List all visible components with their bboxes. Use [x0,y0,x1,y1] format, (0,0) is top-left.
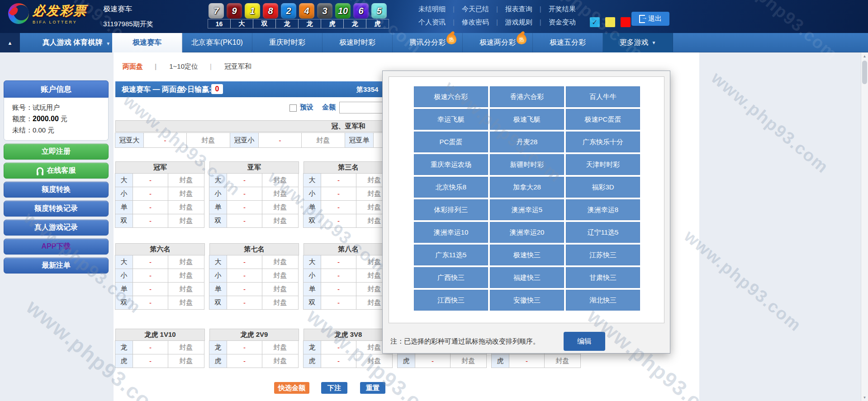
bet-status-cell[interactable]: 封盘 [168,340,204,354]
game-tile[interactable]: 加拿大28 [490,177,564,198]
game-tile[interactable]: 幸运飞艇 [414,109,488,130]
game-tile[interactable]: 福建快三 [490,267,564,288]
bet-status-cell[interactable]: 封盘 [262,269,299,283]
bet-odds-cell[interactable]: - [227,173,262,187]
color-flag-toggle[interactable] [605,17,616,28]
bet-status-cell[interactable]: 封盘 [262,282,299,296]
bet-odds-cell[interactable]: - [227,255,262,269]
logout-button[interactable]: 退出 [631,12,669,26]
game-tile[interactable]: 辽宁11选5 [566,222,640,243]
reset-button[interactable]: 重置 [360,382,385,394]
place-bet-button[interactable]: 下注 [321,382,347,394]
bet-status-cell[interactable]: 封盘 [262,173,299,187]
bet-status-cell[interactable]: 封盘 [168,296,204,310]
header-link[interactable]: 报表查询 [505,5,549,14]
bet-status-cell[interactable]: 封盘 [168,200,204,214]
bet-status-cell[interactable]: 封盘 [356,354,393,368]
game-tile[interactable]: 湖北快三 [566,290,640,311]
game-tile[interactable]: 百人牛牛 [566,86,640,107]
bet-status-cell[interactable]: 封盘 [262,214,299,228]
game-tab[interactable]: 极速时时彩 [323,33,393,52]
bet-odds-cell[interactable]: - [321,214,356,228]
bet-status-cell[interactable]: 封盘 [168,173,204,187]
bet-odds-cell[interactable]: - [321,282,356,296]
bet-odds-cell[interactable]: - [321,187,356,201]
sidebar-button[interactable]: 最新注单 [4,258,109,274]
game-tile[interactable]: 江西快三 [414,290,488,311]
header-link[interactable]: 今天已结 [462,5,505,14]
game-tile[interactable]: 安徽快三 [490,290,564,311]
game-tile[interactable]: 极速PC蛋蛋 [566,109,640,130]
bet-odds-cell[interactable]: - [133,354,168,368]
bet-status-cell[interactable]: 封盘 [262,340,299,354]
bet-odds-cell[interactable]: - [227,214,262,228]
sidebar-button[interactable]: 真人游戏记录 [4,220,109,236]
game-tile[interactable]: 澳洲幸运10 [414,222,488,243]
bet-odds-cell[interactable]: - [227,296,262,310]
bet-odds-cell[interactable]: - [133,340,168,354]
bet-odds-cell[interactable]: - [133,282,168,296]
sidebar-button[interactable]: 额度转换 [4,182,109,198]
preset-checkbox[interactable] [289,104,297,112]
game-tile[interactable]: 极速飞艇 [490,109,564,130]
bet-odds-cell[interactable]: - [133,200,168,214]
header-link[interactable]: 未结明细 [418,5,462,14]
bet-odds-cell[interactable]: - [415,354,451,368]
color-flag-toggle[interactable]: ✓ [589,17,600,28]
bet-odds-cell[interactable]: - [321,255,356,269]
bet-status-cell[interactable]: 封盘 [544,354,581,368]
game-tile[interactable]: 极速六合彩 [414,86,488,107]
bet-odds-cell[interactable]: - [509,354,545,368]
bet-odds-cell[interactable]: - [227,200,262,214]
game-tab[interactable]: 极速五分彩 [533,33,603,52]
game-tab[interactable]: 极速赛车 [112,33,182,52]
game-tile[interactable]: 甘肃快三 [566,267,640,288]
game-tile[interactable]: 福彩3D [566,177,640,198]
edit-button[interactable]: 编辑 [564,332,605,351]
sidebar-button[interactable]: APP下载 [4,239,109,255]
game-tile[interactable]: 广东快乐十分 [566,132,640,152]
board-type-tab[interactable]: 两面盘 [116,62,163,71]
bet-odds-cell[interactable]: - [321,173,356,187]
game-tile[interactable]: 北京快乐8 [414,177,488,198]
game-tile[interactable]: 丹麦28 [490,132,564,152]
bet-status-cell[interactable]: 封盘 [262,296,299,310]
game-tile[interactable]: 广西快三 [414,267,488,288]
bet-odds-cell[interactable]: - [227,269,262,283]
bet-odds-cell[interactable]: - [133,255,168,269]
bet-status-cell[interactable]: 封盘 [168,187,204,201]
bet-odds-cell[interactable]: - [321,269,356,283]
game-tile[interactable]: 广东11选5 [414,245,488,265]
header-link[interactable]: 资金变动 [549,18,576,27]
bet-status-cell[interactable]: 封盘 [262,354,299,368]
game-tile[interactable]: 江苏快三 [566,245,640,265]
bet-odds-cell[interactable]: - [133,173,168,187]
bet-status-cell[interactable]: 封盘 [168,282,204,296]
game-tile[interactable]: 澳洲幸运5 [490,199,564,220]
sidebar-button[interactable]: 额度转换记录 [4,201,109,217]
bet-odds-cell[interactable]: - [143,132,187,148]
sidebar-button[interactable]: 在线客服 [4,163,109,179]
bet-odds-cell[interactable]: - [133,187,168,201]
bet-status-cell[interactable]: 封盘 [301,132,345,148]
bet-odds-cell[interactable]: - [133,269,168,283]
game-tile[interactable]: 极速快三 [490,245,564,265]
bet-status-cell[interactable]: 封盘 [168,269,204,283]
bet-odds-cell[interactable]: - [133,296,168,310]
bet-odds-cell[interactable]: - [227,354,262,368]
bet-status-cell[interactable]: 封盘 [168,214,204,228]
amount-input[interactable] [339,102,383,113]
vertical-scrollbar[interactable]: ▲ ▼ [861,52,868,401]
bet-status-cell[interactable]: 封盘 [262,200,299,214]
game-tab[interactable]: 更多游戏 ▼ [603,33,673,52]
bet-status-cell[interactable]: 封盘 [168,255,204,269]
game-tab[interactable]: 腾讯分分彩 热 [393,33,463,52]
game-tile[interactable]: 新疆时时彩 [490,154,564,175]
bet-odds-cell[interactable]: - [258,132,302,148]
bet-odds-cell[interactable]: - [321,354,356,368]
game-tile[interactable]: 香港六合彩 [490,86,564,107]
bet-odds-cell[interactable]: - [227,340,262,354]
game-tile[interactable]: 澳洲幸运8 [566,199,640,220]
header-link[interactable]: 开奖结果 [549,5,576,14]
header-link[interactable]: 个人资讯 [418,18,462,27]
